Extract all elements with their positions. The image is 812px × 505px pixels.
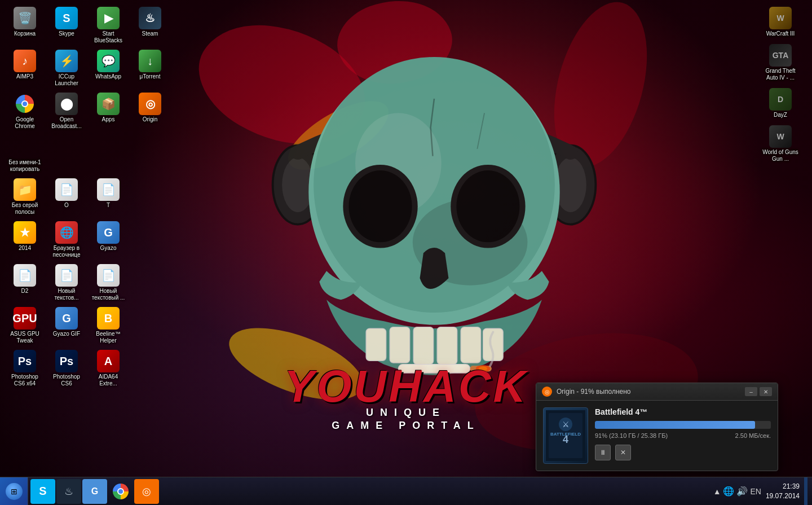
svg-rect-15 bbox=[437, 327, 457, 364]
download-progress-bar bbox=[595, 421, 771, 429]
desktop-icon-skype[interactable]: SSkype bbox=[46, 5, 87, 46]
desktop-icon-gyazo[interactable]: GGyazo bbox=[88, 219, 129, 261]
svg-rect-14 bbox=[413, 327, 434, 364]
svg-rect-13 bbox=[390, 327, 410, 363]
desktop-icon-utorrent[interactable]: ↓μTorrent bbox=[130, 47, 170, 89]
desktop-icon-ps-cs6-x64[interactable]: PsPhotoshop CS6 x64 bbox=[5, 348, 45, 389]
tray-volume[interactable]: 🔊 bbox=[736, 486, 748, 497]
desktop-icons-left: 🗑️КорзинаSSkype▶Start BlueStacks♨Steam♪A… bbox=[0, 0, 164, 477]
desktop-icon-iccup[interactable]: ⚡ICCup Launcher bbox=[46, 47, 87, 89]
origin-logo-icon: ◎ bbox=[542, 387, 552, 397]
desktop-icon-file-t[interactable]: 📄T bbox=[88, 176, 129, 218]
origin-download-window: ◎ Origin - 91% выполнено – ✕ BATTLEFIELD… bbox=[536, 383, 778, 471]
desktop-icon-obs[interactable]: ⬤Open Broadcast... bbox=[46, 90, 87, 132]
desktop-icon-origin[interactable]: ◎Origin bbox=[130, 90, 170, 132]
desktop-icon-d2[interactable]: 📄D2 bbox=[5, 262, 45, 304]
tray-network[interactable]: 🌐 bbox=[723, 486, 734, 497]
taskbar-gyazo[interactable]: G bbox=[82, 479, 107, 504]
desktop-icon-folder-grey[interactable]: 📁Без серой полосы bbox=[5, 176, 45, 218]
svg-rect-16 bbox=[461, 327, 481, 363]
desktop-icon-warcraft3[interactable]: WWarCraft III bbox=[760, 5, 801, 39]
desktop-icon-apps[interactable]: 📦Apps bbox=[88, 90, 129, 132]
svg-point-10 bbox=[349, 170, 412, 242]
origin-window-title: Origin - 91% выполнено bbox=[557, 388, 631, 396]
tray-show-hidden[interactable]: ▲ bbox=[713, 487, 721, 496]
desktop-icon-steam[interactable]: ♨Steam bbox=[130, 5, 170, 46]
desktop-icon-browser-sandbox[interactable]: 🌐Браузер в песочнице bbox=[46, 219, 87, 261]
desktop-icon-aida64[interactable]: AAIDA64 Extre... bbox=[88, 348, 129, 389]
taskbar: ⊞ S ♨ G ◎ ▲ 🌐 🔊 EN 21:39 19.07. bbox=[0, 477, 812, 505]
desktop-icon-beeline[interactable]: BBeeline™ Helper bbox=[88, 305, 129, 346]
desktop-icon-dayz[interactable]: DDayZ bbox=[760, 86, 801, 121]
svg-text:⚔: ⚔ bbox=[562, 420, 570, 429]
origin-close-button[interactable]: ✕ bbox=[760, 387, 772, 396]
tray-ime[interactable]: EN bbox=[750, 487, 761, 496]
game-thumbnail: BATTLEFIELD 4 ⚔ bbox=[543, 407, 588, 464]
desktop-icon-ps-cs6[interactable]: PsPhotoshop CS6 bbox=[46, 348, 87, 389]
desktop-icon-file-o[interactable]: 📄О bbox=[46, 176, 87, 218]
clock-date: 19.07.2014 bbox=[766, 491, 800, 501]
desktop-icon-bluestacks[interactable]: ▶Start BlueStacks bbox=[88, 5, 129, 46]
progress-text: 91% (23.10 ГБ / 25.38 ГБ) bbox=[595, 432, 668, 439]
desktop-icon-whatsapp[interactable]: 💬WhatsApp bbox=[88, 47, 129, 89]
taskbar-steam[interactable]: ♨ bbox=[56, 479, 81, 504]
system-tray: ▲ 🌐 🔊 EN bbox=[713, 486, 761, 497]
desktop-icon-unnamed[interactable]: Без имени-1 копировать bbox=[5, 133, 45, 175]
desktop-icon-gta4[interactable]: GTAGrand Theft Auto IV - ... bbox=[760, 42, 801, 84]
clock[interactable]: 21:39 19.07.2014 bbox=[766, 482, 800, 501]
desktop-icon-pls-2014[interactable]: ★2014 bbox=[5, 219, 45, 261]
show-desktop-button[interactable] bbox=[804, 477, 807, 506]
start-button[interactable]: ⊞ bbox=[0, 477, 28, 506]
game-title: Battlefield 4™ bbox=[595, 407, 771, 416]
taskbar-skype[interactable]: S bbox=[30, 479, 55, 504]
desktop-icon-chrome[interactable]: Google Chrome bbox=[5, 90, 45, 132]
desktop-icon-trash[interactable]: 🗑️Корзина bbox=[5, 5, 45, 46]
desktop-icon-gyazo-gif[interactable]: GGyazo GIF bbox=[46, 305, 87, 346]
clock-time: 21:39 bbox=[766, 482, 800, 491]
download-speed: 2.50 МБ/сек. bbox=[735, 432, 771, 439]
desktop-icon-new-text2[interactable]: 📄Новый текстовый ... bbox=[88, 262, 129, 304]
desktop-icon-aimp[interactable]: ♪AIMP3 bbox=[5, 47, 45, 89]
desktop-icon-new-text1[interactable]: 📄Новый текстов... bbox=[46, 262, 87, 304]
origin-titlebar: ◎ Origin - 91% выполнено – ✕ bbox=[536, 383, 778, 401]
svg-rect-12 bbox=[366, 328, 386, 361]
desktop-icon-asus-gpu[interactable]: GPUASUS GPU Tweak bbox=[5, 305, 45, 346]
taskbar-chrome[interactable] bbox=[108, 479, 133, 504]
taskbar-items: S ♨ G ◎ bbox=[28, 477, 161, 505]
taskbar-right: ▲ 🌐 🔊 EN 21:39 19.07.2014 bbox=[709, 477, 812, 506]
start-orb: ⊞ bbox=[6, 483, 23, 500]
svg-point-11 bbox=[456, 170, 519, 242]
desktop-icon-worldofguns[interactable]: WWorld of Guns Gun ... bbox=[760, 123, 801, 165]
pause-button[interactable]: ⏸ bbox=[595, 445, 611, 460]
cancel-button[interactable]: ✕ bbox=[615, 445, 631, 460]
svg-text:4: 4 bbox=[563, 434, 568, 445]
taskbar-origin[interactable]: ◎ bbox=[134, 479, 159, 504]
origin-minimize-button[interactable]: – bbox=[745, 387, 757, 396]
